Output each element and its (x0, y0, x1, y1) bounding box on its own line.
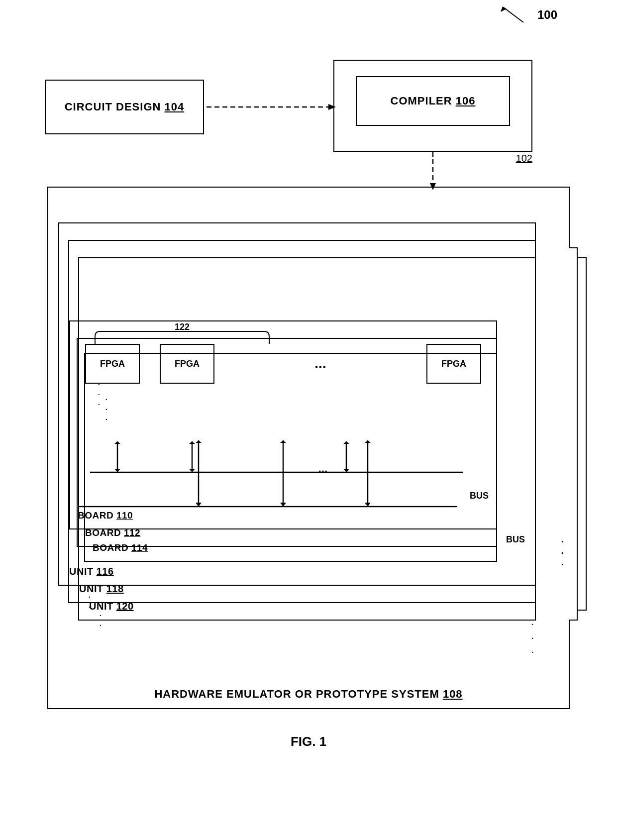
right-dots: ··· (561, 536, 564, 570)
svg-marker-1 (501, 6, 507, 12)
fpga-dots: ... (234, 356, 407, 372)
compiler-inner-box: COMPILER 106 (356, 76, 510, 126)
bottom-right-dots: ··· (531, 617, 534, 658)
unit-dots: ··· (99, 600, 102, 630)
fpga-box-1: FPGA (85, 344, 140, 384)
compiler-label: COMPILER 106 (391, 95, 476, 107)
unit-116-box: UNIT 116 BUS BOARD 114 ··· (58, 222, 536, 586)
circuit-design-label: CIRCUIT DESIGN 104 (65, 101, 185, 113)
compiler-ref: 106 (456, 95, 476, 107)
fpga-label-1: FPGA (100, 359, 125, 369)
svg-marker-17 (343, 469, 349, 472)
svg-marker-11 (114, 469, 120, 472)
unit-bottom-dots: ··· (88, 581, 91, 611)
fpga-box-2: FPGA (160, 344, 214, 384)
fpga-box-3: FPGA (426, 344, 481, 384)
bus-board-label: BUS (470, 491, 489, 501)
circuit-design-ref: 104 (165, 101, 185, 113)
compiler-outer-box: COMPILER 106 (333, 60, 532, 152)
circuit-design-box: CIRCUIT DESIGN 104 (45, 80, 204, 134)
ref-100-label: 100 (537, 8, 557, 22)
hardware-emulator-box: ··· UNIT 120 UNIT 118 ··· (47, 187, 570, 709)
bus-bottom-label: BUS (506, 534, 525, 545)
board-110-box: BOARD 110 122 FPGA (69, 320, 497, 529)
svg-marker-14 (189, 469, 195, 472)
fpga-label-3: FPGA (441, 359, 466, 369)
ref-102-label: 102 (516, 153, 532, 164)
svg-marker-16 (343, 441, 349, 444)
hardware-emulator-label: HARDWARE EMULATOR OR PROTOTYPE SYSTEM 10… (48, 688, 569, 701)
fpga-label-2: FPGA (175, 359, 200, 369)
board-110-label: BOARD 110 (78, 510, 133, 521)
svg-marker-13 (189, 441, 195, 444)
svg-text:122: 122 (175, 322, 190, 332)
svg-line-0 (504, 7, 523, 22)
unit-116-label: UNIT 116 (69, 566, 114, 577)
fig-label: FIG. 1 (35, 734, 582, 749)
svg-marker-10 (114, 441, 120, 444)
